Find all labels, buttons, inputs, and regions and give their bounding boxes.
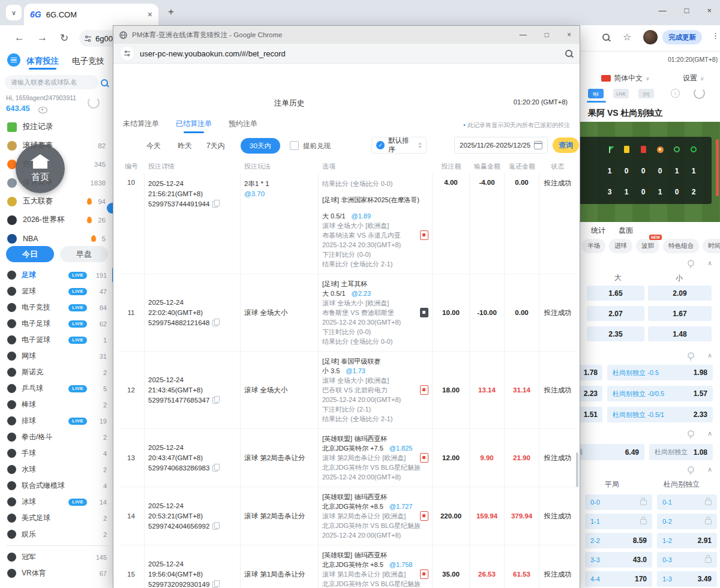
profile-avatar[interactable]: [643, 30, 658, 44]
event-live-icon[interactable]: [420, 230, 428, 240]
event-live-icon[interactable]: [420, 385, 428, 395]
nav-esports[interactable]: 电子竞技: [72, 56, 104, 67]
sidebar-sport-item[interactable]: 电子足球LIVE62: [0, 316, 114, 332]
score-odds-cell[interactable]: 0-3: [657, 552, 717, 568]
sidebar-sport-item[interactable]: 冰球LIVE14: [0, 494, 114, 510]
sort-select[interactable]: ✓ 默认排序: [371, 137, 427, 154]
event-live-icon[interactable]: [420, 453, 428, 463]
sidebar-sport-item[interactable]: 冠军145: [0, 549, 114, 565]
collapse-icon[interactable]: ∧: [707, 259, 712, 267]
score-odds-cell[interactable]: 1-1: [585, 514, 652, 529]
copy-icon[interactable]: [212, 320, 218, 326]
sidebar-sport-item[interactable]: 排球LIVE19: [0, 413, 114, 429]
pin-icon[interactable]: [688, 260, 694, 266]
copy-icon[interactable]: [212, 465, 218, 472]
odds-cell-over[interactable]: 2.07: [587, 306, 644, 321]
sidebar-item-worldcup[interactable]: 2026-世界杯26: [0, 211, 114, 229]
score-odds-cell[interactable]: 0-2: [657, 514, 717, 529]
sidebar-item-nba[interactable]: NBA5: [0, 229, 114, 248]
browser-tab[interactable]: 6G 6G.COM ×: [24, 4, 158, 25]
sidebar-sport-item[interactable]: VR体育67: [0, 565, 114, 581]
odds-cell-over[interactable]: 2.35: [587, 326, 644, 341]
odds-cell-away-handicap[interactable]: 杜尚别独立 -0.51.98: [607, 365, 713, 380]
market-chip-进球[interactable]: 进球: [609, 239, 632, 253]
odds-cell-away-win[interactable]: 杜尚别独立1.08: [649, 444, 713, 460]
update-chrome-button[interactable]: 完成更新: [662, 30, 702, 44]
pin-icon[interactable]: [688, 352, 694, 359]
market-chip-特色组合[interactable]: 特色组合: [663, 239, 699, 253]
collapse-icon[interactable]: ∧: [707, 352, 712, 359]
score-odds-cell[interactable]: 4-4170: [585, 571, 652, 587]
popup-title-bar[interactable]: PM体育-亚洲在线体育竞猜投注 - Google Chrome — □ ×: [113, 26, 580, 44]
view-tab-live[interactable]: LIVE: [613, 89, 629, 98]
copy-icon[interactable]: [212, 397, 218, 404]
event-stats-icon[interactable]: [420, 308, 428, 317]
odds-cell-under[interactable]: 1.67: [648, 306, 712, 321]
odds-cell-over[interactable]: 1.65: [587, 286, 644, 301]
sidebar-sport-item[interactable]: 电子篮球LIVE1: [0, 332, 114, 348]
odds-cell-under[interactable]: 1.48: [648, 326, 712, 341]
sidebar-item-top-leagues[interactable]: 五大联赛94: [0, 192, 114, 211]
search-button[interactable]: 查询: [553, 137, 579, 153]
back-button[interactable]: ←: [14, 32, 25, 44]
new-tab-button[interactable]: +: [168, 6, 174, 18]
bookmark-star-icon[interactable]: ☆: [623, 31, 631, 43]
forward-button[interactable]: →: [37, 32, 47, 44]
pin-icon[interactable]: [688, 466, 694, 473]
score-odds-cell[interactable]: 2-28.59: [585, 533, 652, 548]
market-chip-波胆[interactable]: 波胆NEW: [636, 239, 659, 253]
score-odds-cell[interactable]: 3-343.0: [585, 552, 652, 568]
event-live-icon[interactable]: [420, 511, 428, 521]
sidebar-sport-item[interactable]: 水球2: [0, 461, 114, 478]
copy-icon[interactable]: [212, 201, 218, 208]
site-settings-icon[interactable]: [121, 47, 134, 60]
search-input[interactable]: [5, 75, 98, 89]
eye-icon[interactable]: [38, 107, 47, 113]
date-range-picker[interactable]: 2025/11/26-2025/12/25: [454, 137, 548, 154]
scrollbar-thumb[interactable]: [716, 139, 719, 196]
filter-today[interactable]: 今天: [146, 141, 161, 151]
sidebar-item-bet-record[interactable]: 投注记录: [0, 118, 114, 136]
sidebar-sport-item[interactable]: 乒乓球LIVE5: [0, 380, 114, 397]
market-chip-半场[interactable]: 半场: [582, 239, 605, 253]
copy-icon[interactable]: [212, 523, 218, 530]
popup-minimize-button[interactable]: —: [520, 31, 527, 39]
score-odds-cell[interactable]: 0-0: [585, 494, 652, 510]
tab-search-chevron-icon[interactable]: ∨: [6, 5, 22, 20]
window-minimize-button[interactable]: —: [659, 6, 667, 15]
collapse-icon[interactable]: ∧: [707, 430, 712, 437]
sidebar-sport-item[interactable]: 娱乐2: [0, 526, 114, 542]
zoom-icon[interactable]: [602, 34, 610, 41]
sidebar-sport-item[interactable]: 网球31: [0, 348, 114, 364]
zoom-icon[interactable]: [565, 50, 572, 57]
search-icon[interactable]: [101, 79, 108, 86]
collapse-icon[interactable]: ∧: [707, 466, 712, 473]
sidebar-sport-item[interactable]: 美式足球2: [0, 510, 114, 526]
sidebar-sport-item[interactable]: 联合式橄榄球4: [0, 478, 114, 494]
score-odds-cell[interactable]: 1-22.91: [657, 533, 717, 548]
popup-close-button[interactable]: ×: [567, 31, 571, 39]
popup-maximize-button[interactable]: □: [545, 31, 549, 39]
sidebar-sport-item[interactable]: 斯诺克2: [0, 364, 114, 380]
sidebar-sport-item[interactable]: 棒球2: [0, 397, 114, 413]
tab-预约注单[interactable]: 预约注单: [229, 119, 257, 133]
tab-close-icon[interactable]: ×: [148, 10, 152, 19]
filter-7days[interactable]: 7天内: [206, 141, 225, 151]
reload-button[interactable]: ↻: [60, 32, 68, 44]
sidebar-sport-item[interactable]: 手球4: [0, 445, 114, 461]
odds-cell-under[interactable]: 2.09: [648, 286, 712, 301]
refresh-odds-icon[interactable]: [694, 88, 705, 99]
settings-menu[interactable]: 设置 ∨: [683, 73, 704, 83]
filter-yesterday[interactable]: 昨天: [178, 141, 192, 151]
cashout-checkbox[interactable]: [290, 141, 299, 150]
view-tab-camera[interactable]: [O]: [638, 89, 654, 98]
sidebar-sport-item[interactable]: 足球LIVE191: [0, 267, 114, 283]
market-chip-时间[interactable]: 时间: [703, 239, 720, 253]
popup-address-bar[interactable]: user-pc-new.youbaokun.com/#/bet_record: [113, 44, 580, 64]
sidebar-sport-item[interactable]: 篮球LIVE47: [0, 283, 114, 299]
popup-scrollbar-thumb[interactable]: [576, 452, 578, 487]
odds-cell-away-handicap[interactable]: 杜尚别独立 -0.5/12.33: [607, 407, 713, 422]
pin-icon[interactable]: [688, 430, 694, 437]
browser-menu-icon[interactable]: ⋮: [712, 31, 719, 40]
sidebar-sport-item[interactable]: 电子竞技LIVE84: [0, 299, 114, 316]
